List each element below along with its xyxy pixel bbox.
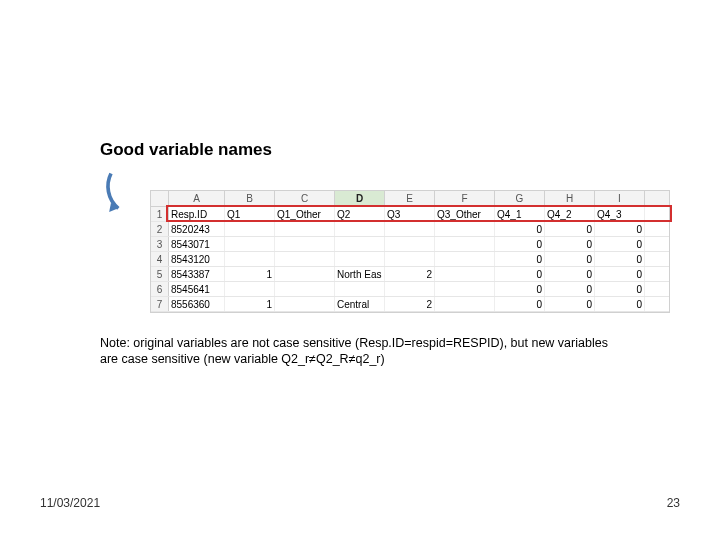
cell[interactable]: 0: [595, 297, 645, 311]
footer-date: 11/03/2021: [40, 496, 100, 510]
col-header[interactable]: B: [225, 191, 275, 206]
cell[interactable]: [225, 237, 275, 251]
table-row: 38543071000: [151, 237, 669, 252]
cell[interactable]: 0: [495, 222, 545, 236]
row-number[interactable]: 4: [151, 252, 169, 266]
cell[interactable]: [225, 252, 275, 266]
cell[interactable]: [435, 237, 495, 251]
cell[interactable]: Q4_1: [495, 207, 545, 221]
cell[interactable]: North Eas: [335, 267, 385, 281]
cell[interactable]: [225, 282, 275, 296]
cell[interactable]: Q3: [385, 207, 435, 221]
cell[interactable]: [435, 282, 495, 296]
cell[interactable]: 0: [545, 282, 595, 296]
col-header[interactable]: H: [545, 191, 595, 206]
curved-arrow-icon: [100, 168, 155, 223]
cell[interactable]: Q2: [335, 207, 385, 221]
table-row: 28520243000: [151, 222, 669, 237]
cell[interactable]: [435, 267, 495, 281]
footer-page: 23: [667, 496, 680, 510]
cell[interactable]: 0: [595, 222, 645, 236]
table-row: 585433871North Eas2000: [151, 267, 669, 282]
col-header[interactable]: C: [275, 191, 335, 206]
table-row: 1Resp.IDQ1Q1_OtherQ2Q3Q3_OtherQ4_1Q4_2Q4…: [151, 207, 669, 222]
cell[interactable]: [275, 267, 335, 281]
cell[interactable]: Resp.ID: [169, 207, 225, 221]
cell[interactable]: 1: [225, 267, 275, 281]
col-header[interactable]: E: [385, 191, 435, 206]
row-number[interactable]: 1: [151, 207, 169, 221]
cell[interactable]: 0: [545, 222, 595, 236]
cell[interactable]: 2: [385, 267, 435, 281]
cell[interactable]: 0: [595, 252, 645, 266]
note-text: Note: original variables are not case se…: [100, 336, 620, 367]
cell[interactable]: [275, 222, 335, 236]
col-header[interactable]: I: [595, 191, 645, 206]
cell[interactable]: [385, 282, 435, 296]
table-row: 68545641000: [151, 282, 669, 297]
table-row: 785563601Central2000: [151, 297, 669, 312]
cell[interactable]: [335, 282, 385, 296]
cell[interactable]: 8556360: [169, 297, 225, 311]
cell[interactable]: [275, 252, 335, 266]
cell[interactable]: Q1: [225, 207, 275, 221]
row-number[interactable]: 5: [151, 267, 169, 281]
cell[interactable]: 0: [545, 237, 595, 251]
cell[interactable]: 8543120: [169, 252, 225, 266]
corner-cell: [151, 191, 169, 206]
cell[interactable]: 0: [495, 252, 545, 266]
cell[interactable]: [275, 237, 335, 251]
cell[interactable]: 0: [595, 282, 645, 296]
cell[interactable]: [385, 252, 435, 266]
cell[interactable]: 0: [495, 267, 545, 281]
cell[interactable]: [385, 222, 435, 236]
cell[interactable]: 0: [545, 267, 595, 281]
cell[interactable]: Central: [335, 297, 385, 311]
cell[interactable]: Q4_3: [595, 207, 645, 221]
cell[interactable]: 1: [225, 297, 275, 311]
cell[interactable]: 0: [495, 282, 545, 296]
cell[interactable]: 8543387: [169, 267, 225, 281]
cell[interactable]: [435, 252, 495, 266]
cell[interactable]: 0: [495, 297, 545, 311]
cell[interactable]: [435, 222, 495, 236]
col-header[interactable]: G: [495, 191, 545, 206]
table-row: 48543120000: [151, 252, 669, 267]
cell[interactable]: 2: [385, 297, 435, 311]
cell[interactable]: 0: [595, 267, 645, 281]
cell[interactable]: [435, 297, 495, 311]
cell[interactable]: 0: [545, 252, 595, 266]
cell[interactable]: [335, 222, 385, 236]
cell[interactable]: [335, 237, 385, 251]
cell[interactable]: [385, 237, 435, 251]
cell[interactable]: [275, 282, 335, 296]
cell[interactable]: Q3_Other: [435, 207, 495, 221]
cell[interactable]: [335, 252, 385, 266]
row-number[interactable]: 3: [151, 237, 169, 251]
cell[interactable]: Q4_2: [545, 207, 595, 221]
cell[interactable]: 0: [595, 237, 645, 251]
cell[interactable]: Q1_Other: [275, 207, 335, 221]
col-header[interactable]: A: [169, 191, 225, 206]
cell[interactable]: [275, 297, 335, 311]
row-number[interactable]: 2: [151, 222, 169, 236]
cell[interactable]: 8543071: [169, 237, 225, 251]
col-header-selected[interactable]: D: [335, 191, 385, 206]
slide: Good variable names A B C D E F G H I 1R…: [0, 0, 720, 540]
col-header[interactable]: F: [435, 191, 495, 206]
cell[interactable]: 8520243: [169, 222, 225, 236]
slide-title: Good variable names: [100, 140, 272, 160]
column-header-row: A B C D E F G H I: [151, 191, 669, 207]
cell[interactable]: [225, 222, 275, 236]
cell[interactable]: 0: [495, 237, 545, 251]
row-number[interactable]: 6: [151, 282, 169, 296]
cell[interactable]: 0: [545, 297, 595, 311]
row-number[interactable]: 7: [151, 297, 169, 311]
cell[interactable]: 8545641: [169, 282, 225, 296]
spreadsheet: A B C D E F G H I 1Resp.IDQ1Q1_OtherQ2Q3…: [150, 190, 670, 313]
